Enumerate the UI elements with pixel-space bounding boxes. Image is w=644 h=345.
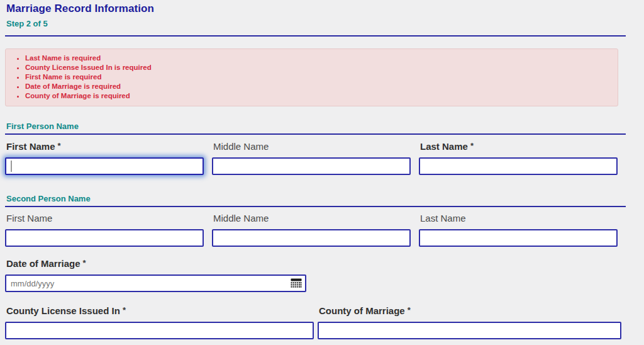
county-of-marriage-field: County of Marriage* — [318, 305, 621, 339]
first-person-first-name-field: First Name* — [5, 141, 204, 175]
second-person-last-name-field: Last Name — [419, 213, 618, 247]
label-text: Last Name — [420, 213, 466, 223]
label-text: County License Issued In — [6, 305, 120, 316]
county-license-field: County License Issued In* — [5, 305, 314, 339]
error-item: County of Marriage is required — [25, 91, 618, 101]
county-license-label: County License Issued In* — [6, 305, 314, 316]
required-asterisk: * — [123, 305, 126, 315]
second-person-middle-name-input[interactable] — [212, 229, 411, 247]
second-person-first-name-input[interactable] — [5, 229, 204, 247]
label-text: First Name — [6, 213, 52, 223]
first-person-first-name-input[interactable] — [5, 157, 204, 175]
first-person-first-name-label: First Name* — [6, 141, 204, 152]
second-person-first-name-field: First Name — [5, 213, 204, 247]
second-person-middle-name-field: Middle Name — [212, 213, 411, 247]
marriage-record-form: Marriage Record Information Step 2 of 5 … — [0, 0, 644, 339]
date-of-marriage-label: Date of Marriage* — [6, 258, 626, 269]
header-divider — [5, 35, 626, 37]
section-heading-second-person: Second Person Name — [5, 194, 626, 207]
county-license-input[interactable] — [5, 322, 314, 339]
step-indicator: Step 2 of 5 — [6, 19, 626, 28]
second-person-name-row: First Name Middle Name Last Name — [5, 213, 618, 247]
page-title: Marriage Record Information — [6, 3, 626, 15]
county-of-marriage-input[interactable] — [318, 322, 621, 339]
county-of-marriage-label: County of Marriage* — [319, 305, 621, 316]
error-item: Last Name is required — [25, 54, 618, 63]
required-asterisk: * — [408, 305, 411, 315]
second-person-first-name-label: First Name — [6, 213, 204, 223]
first-person-last-name-label: Last Name* — [420, 141, 618, 152]
first-person-middle-name-label: Middle Name — [213, 141, 411, 152]
first-person-first-name-input-wrap — [5, 157, 204, 175]
label-text: Date of Marriage — [6, 258, 80, 269]
error-item: Date of Marriage is required — [25, 82, 618, 91]
label-text: Middle Name — [213, 141, 269, 152]
required-asterisk: * — [58, 141, 61, 150]
error-list: Last Name is required County License Iss… — [6, 54, 618, 101]
first-person-name-row: First Name* Middle Name Last Name* — [5, 141, 618, 175]
date-of-marriage-input[interactable] — [5, 274, 306, 292]
error-item: First Name is required — [25, 72, 618, 82]
section-heading-first-person: First Person Name — [5, 122, 626, 135]
required-asterisk: * — [83, 258, 86, 268]
label-text: First Name — [6, 141, 55, 152]
first-person-middle-name-input[interactable] — [212, 157, 411, 175]
label-text: County of Marriage — [319, 305, 405, 316]
label-text: Middle Name — [213, 213, 269, 223]
date-of-marriage-input-wrap — [5, 274, 306, 292]
error-item: County License Issued In is required — [25, 63, 618, 72]
label-text: Last Name — [420, 141, 468, 152]
required-asterisk: * — [470, 141, 474, 150]
second-person-last-name-input[interactable] — [419, 229, 618, 247]
first-person-middle-name-field: Middle Name — [212, 141, 411, 175]
first-person-last-name-field: Last Name* — [419, 141, 618, 175]
calendar-icon[interactable] — [291, 278, 302, 288]
validation-error-summary: Last Name is required County License Iss… — [5, 48, 618, 106]
second-person-middle-name-label: Middle Name — [213, 213, 411, 223]
second-person-last-name-label: Last Name — [420, 213, 618, 223]
first-person-last-name-input[interactable] — [419, 157, 618, 175]
text-caret — [11, 161, 12, 172]
county-row: County License Issued In* County of Marr… — [5, 305, 626, 339]
